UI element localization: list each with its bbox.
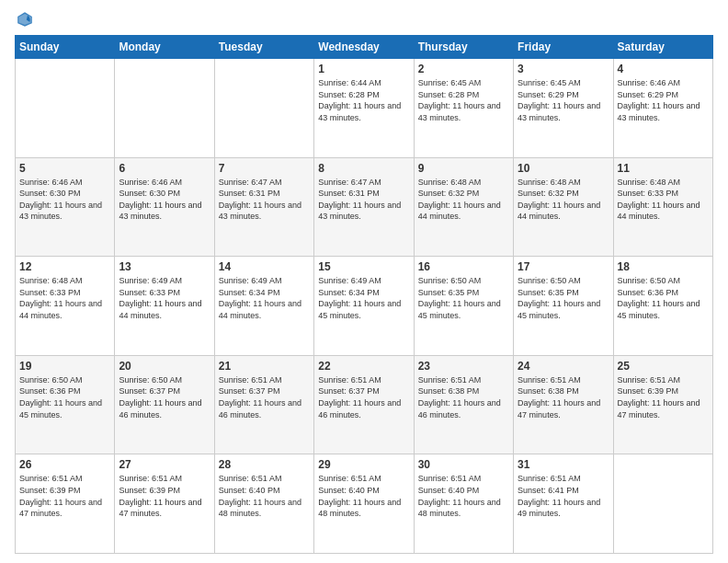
day-info: Sunrise: 6:45 AM Sunset: 6:29 PM Dayligh… (518, 77, 609, 123)
day-info: Sunrise: 6:49 AM Sunset: 6:33 PM Dayligh… (119, 275, 210, 321)
calendar-cell: 25Sunrise: 6:51 AM Sunset: 6:39 PM Dayli… (613, 355, 712, 454)
day-number: 11 (618, 162, 709, 175)
calendar-cell: 21Sunrise: 6:51 AM Sunset: 6:37 PM Dayli… (214, 355, 313, 454)
calendar-cell (16, 59, 115, 158)
day-info: Sunrise: 6:51 AM Sunset: 6:40 PM Dayligh… (219, 473, 310, 519)
day-number: 31 (518, 458, 609, 471)
day-number: 6 (119, 162, 210, 175)
day-info: Sunrise: 6:46 AM Sunset: 6:29 PM Dayligh… (618, 77, 709, 123)
calendar-cell: 31Sunrise: 6:51 AM Sunset: 6:41 PM Dayli… (514, 454, 613, 554)
calendar-cell: 8Sunrise: 6:47 AM Sunset: 6:31 PM Daylig… (314, 157, 414, 257)
day-info: Sunrise: 6:50 AM Sunset: 6:35 PM Dayligh… (518, 275, 609, 321)
calendar-cell (214, 59, 313, 158)
logo (15, 11, 35, 28)
day-info: Sunrise: 6:48 AM Sunset: 6:33 PM Dayligh… (618, 177, 709, 223)
day-info: Sunrise: 6:50 AM Sunset: 6:37 PM Dayligh… (119, 374, 210, 420)
calendar-cell: 14Sunrise: 6:49 AM Sunset: 6:34 PM Dayli… (214, 257, 313, 356)
day-info: Sunrise: 6:51 AM Sunset: 6:37 PM Dayligh… (219, 374, 310, 420)
calendar-cell: 9Sunrise: 6:48 AM Sunset: 6:32 PM Daylig… (414, 157, 513, 257)
day-number: 20 (119, 360, 210, 373)
day-number: 17 (518, 260, 609, 273)
day-info: Sunrise: 6:47 AM Sunset: 6:31 PM Dayligh… (219, 177, 310, 223)
calendar-cell: 22Sunrise: 6:51 AM Sunset: 6:37 PM Dayli… (314, 355, 414, 454)
day-number: 4 (618, 63, 709, 75)
calendar-cell: 19Sunrise: 6:50 AM Sunset: 6:36 PM Dayli… (16, 355, 115, 454)
calendar-cell: 12Sunrise: 6:48 AM Sunset: 6:33 PM Dayli… (16, 257, 115, 356)
calendar-cell: 26Sunrise: 6:51 AM Sunset: 6:39 PM Dayli… (16, 454, 115, 554)
day-number: 28 (219, 458, 310, 471)
calendar-cell: 3Sunrise: 6:45 AM Sunset: 6:29 PM Daylig… (514, 59, 613, 158)
day-info: Sunrise: 6:45 AM Sunset: 6:28 PM Dayligh… (418, 77, 509, 123)
day-number: 30 (418, 458, 509, 471)
day-info: Sunrise: 6:47 AM Sunset: 6:31 PM Dayligh… (318, 177, 409, 223)
calendar-cell (115, 59, 214, 158)
day-number: 29 (318, 458, 409, 471)
day-info: Sunrise: 6:51 AM Sunset: 6:39 PM Dayligh… (618, 374, 709, 420)
calendar-week-row: 26Sunrise: 6:51 AM Sunset: 6:39 PM Dayli… (16, 454, 713, 554)
calendar-cell: 7Sunrise: 6:47 AM Sunset: 6:31 PM Daylig… (214, 157, 313, 257)
header (15, 11, 713, 28)
calendar-cell: 10Sunrise: 6:48 AM Sunset: 6:32 PM Dayli… (514, 157, 613, 257)
day-info: Sunrise: 6:51 AM Sunset: 6:40 PM Dayligh… (318, 473, 409, 519)
day-info: Sunrise: 6:50 AM Sunset: 6:36 PM Dayligh… (19, 374, 110, 420)
day-number: 8 (318, 162, 409, 175)
day-header-sunday: Sunday (16, 36, 115, 59)
calendar-cell: 23Sunrise: 6:51 AM Sunset: 6:38 PM Dayli… (414, 355, 513, 454)
calendar-cell (613, 454, 712, 554)
day-info: Sunrise: 6:50 AM Sunset: 6:35 PM Dayligh… (418, 275, 509, 321)
day-number: 23 (418, 360, 509, 373)
day-header-thursday: Thursday (414, 36, 513, 59)
calendar-week-row: 5Sunrise: 6:46 AM Sunset: 6:30 PM Daylig… (16, 157, 713, 257)
calendar-cell: 2Sunrise: 6:45 AM Sunset: 6:28 PM Daylig… (414, 59, 513, 158)
day-number: 3 (518, 63, 609, 75)
day-number: 12 (19, 260, 110, 273)
calendar-cell: 27Sunrise: 6:51 AM Sunset: 6:39 PM Dayli… (115, 454, 214, 554)
day-number: 24 (518, 360, 609, 373)
day-info: Sunrise: 6:51 AM Sunset: 6:38 PM Dayligh… (518, 374, 609, 420)
calendar-cell: 13Sunrise: 6:49 AM Sunset: 6:33 PM Dayli… (115, 257, 214, 356)
day-info: Sunrise: 6:46 AM Sunset: 6:30 PM Dayligh… (119, 177, 210, 223)
day-info: Sunrise: 6:44 AM Sunset: 6:28 PM Dayligh… (318, 77, 409, 123)
day-info: Sunrise: 6:48 AM Sunset: 6:32 PM Dayligh… (418, 177, 509, 223)
day-header-friday: Friday (514, 36, 613, 59)
calendar-cell: 17Sunrise: 6:50 AM Sunset: 6:35 PM Dayli… (514, 257, 613, 356)
day-number: 18 (618, 260, 709, 273)
day-info: Sunrise: 6:51 AM Sunset: 6:40 PM Dayligh… (418, 473, 509, 519)
day-header-wednesday: Wednesday (314, 36, 414, 59)
day-info: Sunrise: 6:51 AM Sunset: 6:41 PM Dayligh… (518, 473, 609, 519)
calendar-cell: 1Sunrise: 6:44 AM Sunset: 6:28 PM Daylig… (314, 59, 414, 158)
day-info: Sunrise: 6:49 AM Sunset: 6:34 PM Dayligh… (219, 275, 310, 321)
day-number: 25 (618, 360, 709, 373)
day-number: 14 (219, 260, 310, 273)
logo-icon (17, 11, 33, 28)
day-info: Sunrise: 6:51 AM Sunset: 6:39 PM Dayligh… (19, 473, 110, 519)
day-number: 27 (119, 458, 210, 471)
day-number: 15 (318, 260, 409, 273)
day-number: 2 (418, 63, 509, 75)
calendar-cell: 11Sunrise: 6:48 AM Sunset: 6:33 PM Dayli… (613, 157, 712, 257)
calendar-cell: 24Sunrise: 6:51 AM Sunset: 6:38 PM Dayli… (514, 355, 613, 454)
day-info: Sunrise: 6:46 AM Sunset: 6:30 PM Dayligh… (19, 177, 110, 223)
calendar-cell: 20Sunrise: 6:50 AM Sunset: 6:37 PM Dayli… (115, 355, 214, 454)
calendar-week-row: 19Sunrise: 6:50 AM Sunset: 6:36 PM Dayli… (16, 355, 713, 454)
day-number: 9 (418, 162, 509, 175)
calendar-cell: 15Sunrise: 6:49 AM Sunset: 6:34 PM Dayli… (314, 257, 414, 356)
day-number: 22 (318, 360, 409, 373)
day-info: Sunrise: 6:50 AM Sunset: 6:36 PM Dayligh… (618, 275, 709, 321)
calendar-week-row: 1Sunrise: 6:44 AM Sunset: 6:28 PM Daylig… (16, 59, 713, 158)
calendar-cell: 6Sunrise: 6:46 AM Sunset: 6:30 PM Daylig… (115, 157, 214, 257)
day-info: Sunrise: 6:48 AM Sunset: 6:32 PM Dayligh… (518, 177, 609, 223)
calendar-cell: 28Sunrise: 6:51 AM Sunset: 6:40 PM Dayli… (214, 454, 313, 554)
calendar-cell: 29Sunrise: 6:51 AM Sunset: 6:40 PM Dayli… (314, 454, 414, 554)
day-info: Sunrise: 6:51 AM Sunset: 6:37 PM Dayligh… (318, 374, 409, 420)
day-info: Sunrise: 6:49 AM Sunset: 6:34 PM Dayligh… (318, 275, 409, 321)
day-number: 26 (19, 458, 110, 471)
page: SundayMondayTuesdayWednesdayThursdayFrid… (0, 0, 728, 563)
calendar-cell: 4Sunrise: 6:46 AM Sunset: 6:29 PM Daylig… (613, 59, 712, 158)
calendar-cell: 5Sunrise: 6:46 AM Sunset: 6:30 PM Daylig… (16, 157, 115, 257)
day-number: 7 (219, 162, 310, 175)
day-info: Sunrise: 6:48 AM Sunset: 6:33 PM Dayligh… (19, 275, 110, 321)
calendar-cell: 30Sunrise: 6:51 AM Sunset: 6:40 PM Dayli… (414, 454, 513, 554)
day-number: 10 (518, 162, 609, 175)
calendar-cell: 18Sunrise: 6:50 AM Sunset: 6:36 PM Dayli… (613, 257, 712, 356)
